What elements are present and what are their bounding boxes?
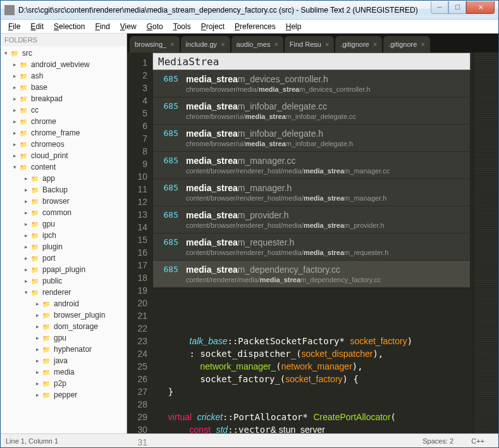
folder-plugin[interactable]: ▸📁plugin (1, 241, 126, 252)
sidebar: FOLDERS ▾📁src▸📁android_webview▸📁ash▸📁bas… (1, 34, 127, 433)
goto-score: 685 (159, 237, 178, 247)
tab[interactable]: include.gy× (181, 36, 230, 53)
minimap[interactable] (473, 53, 498, 433)
tab[interactable]: .gitignore× (335, 36, 382, 53)
menu-view[interactable]: View (115, 21, 142, 32)
tab-close-icon[interactable]: × (221, 40, 225, 48)
folder-breakpad[interactable]: ▸📁breakpad (1, 93, 126, 104)
goto-result[interactable]: 685media_stream_infobar_delegate.ccchrom… (153, 97, 470, 125)
folder-ppapi_plugin[interactable]: ▸📁ppapi_plugin (1, 264, 126, 275)
editor-area: browsing_×include.gy×audio_mes×Find Resu… (127, 34, 498, 433)
folder-android[interactable]: ▸📁android (1, 298, 126, 309)
folder-browser_plugin[interactable]: ▸📁browser_plugin (1, 309, 126, 321)
folder-port[interactable]: ▸📁port (1, 252, 126, 264)
folder-cloud_print[interactable]: ▸📁cloud_print (1, 150, 126, 161)
menu-file[interactable]: File (3, 21, 25, 32)
goto-result[interactable]: 685media_stream_requester.hcontent/brows… (153, 233, 470, 261)
status-indent[interactable]: Spaces: 2 (414, 437, 462, 445)
goto-results-list[interactable]: 685media_stream_devices_controller.hchro… (152, 70, 471, 289)
menu-goto[interactable]: Goto (142, 21, 168, 32)
folder-p2p[interactable]: ▸📁p2p (1, 378, 126, 389)
folder-ipch[interactable]: ▸📁ipch (1, 230, 126, 241)
goto-anything-panel: 685media_stream_devices_controller.hchro… (152, 53, 471, 289)
folder-android_webview[interactable]: ▸📁android_webview (1, 59, 126, 70)
goto-score: 685 (159, 128, 178, 138)
titlebar[interactable]: D:\src\cgit\src\content\renderer\media\m… (1, 1, 498, 20)
goto-score: 685 (159, 183, 178, 192)
minimize-button[interactable]: ─ (431, 1, 448, 14)
folder-media[interactable]: ▸📁media (1, 366, 126, 378)
goto-result[interactable]: 685media_stream_dependency_factory.cccon… (153, 261, 470, 288)
status-position[interactable]: Line 1, Column 1 (6, 437, 414, 445)
folder-common[interactable]: ▸📁common (1, 207, 126, 218)
folder-public[interactable]: ▸📁public (1, 275, 126, 287)
tab[interactable]: Find Resu× (285, 36, 335, 53)
folder-tree[interactable]: ▾📁src▸📁android_webview▸📁ash▸📁base▸📁break… (1, 46, 126, 433)
folder-base[interactable]: ▸📁base (1, 82, 126, 93)
tab[interactable]: .gitignore× (383, 36, 430, 53)
tab-close-icon[interactable]: × (421, 40, 424, 48)
folder-cc[interactable]: ▸📁cc (1, 104, 126, 116)
tab-close-icon[interactable]: × (170, 40, 174, 48)
folder-chrome_frame[interactable]: ▸📁chrome_frame (1, 127, 126, 139)
folder-browser[interactable]: ▸📁browser (1, 196, 126, 207)
tab-close-icon[interactable]: × (274, 40, 278, 48)
folder-chrome[interactable]: ▸📁chrome (1, 116, 126, 127)
line-gutter: 1234567891011121314151617181920212223242… (127, 53, 152, 433)
menu-selection[interactable]: Selection (49, 21, 90, 32)
folder-app[interactable]: ▸📁app (1, 173, 126, 184)
folder-content[interactable]: ▾📁content (1, 161, 126, 173)
status-language[interactable]: C++ (462, 437, 493, 445)
tabbar: browsing_×include.gy×audio_mes×Find Resu… (127, 34, 498, 53)
app-icon (4, 5, 15, 15)
goto-score: 685 (159, 156, 178, 165)
folder-hyphenator[interactable]: ▸📁hyphenator (1, 344, 126, 355)
folder-dom_storage[interactable]: ▸📁dom_storage (1, 321, 126, 332)
tab[interactable]: browsing_× (130, 36, 180, 53)
menu-preferences[interactable]: Preferences (230, 21, 281, 32)
menu-project[interactable]: Project (196, 21, 230, 32)
folder-src[interactable]: ▾📁src (1, 47, 126, 59)
goto-score: 685 (159, 101, 178, 111)
goto-result[interactable]: 685media_stream_manager.hcontent/browser… (153, 179, 470, 206)
folders-header: FOLDERS (1, 34, 126, 46)
goto-score: 685 (159, 74, 178, 84)
statusbar: Line 1, Column 1 Spaces: 2 C++ (1, 433, 498, 447)
folder-chromeos[interactable]: ▸📁chromeos (1, 139, 126, 150)
goto-score: 685 (159, 210, 178, 220)
goto-score: 685 (159, 264, 178, 274)
goto-result[interactable]: 685media_stream_devices_controller.hchro… (153, 70, 470, 97)
tab[interactable]: audio_mes× (231, 36, 283, 53)
goto-result[interactable]: 685media_stream_infobar_delegate.hchrome… (153, 125, 470, 152)
folder-gpu[interactable]: ▸📁gpu (1, 332, 126, 344)
folder-Backup[interactable]: ▸📁Backup (1, 184, 126, 196)
folder-pepper[interactable]: ▸📁pepper (1, 389, 126, 401)
menu-tools[interactable]: Tools (168, 21, 196, 32)
folder-gpu[interactable]: ▸📁gpu (1, 218, 126, 230)
goto-input[interactable] (152, 53, 471, 70)
tab-close-icon[interactable]: × (325, 40, 329, 48)
menu-help[interactable]: Help (281, 21, 307, 32)
folder-java[interactable]: ▸📁java (1, 355, 126, 366)
tab-close-icon[interactable]: × (373, 40, 377, 48)
menu-find[interactable]: Find (90, 21, 114, 32)
close-button[interactable]: ✕ (466, 1, 495, 14)
maximize-button[interactable]: ☐ (448, 1, 466, 14)
goto-result[interactable]: 685media_stream_manager.cccontent/browse… (153, 152, 470, 179)
folder-ash[interactable]: ▸📁ash (1, 70, 126, 82)
menubar: FileEditSelectionFindViewGotoToolsProjec… (1, 20, 498, 34)
menu-edit[interactable]: Edit (25, 21, 49, 32)
goto-result[interactable]: 685media_stream_provider.hcontent/browse… (153, 206, 470, 233)
app-window: D:\src\cgit\src\content\renderer\media\m… (0, 0, 499, 448)
folder-renderer[interactable]: ▾📁renderer (1, 287, 126, 298)
window-title: D:\src\cgit\src\content\renderer\media\m… (18, 6, 431, 15)
